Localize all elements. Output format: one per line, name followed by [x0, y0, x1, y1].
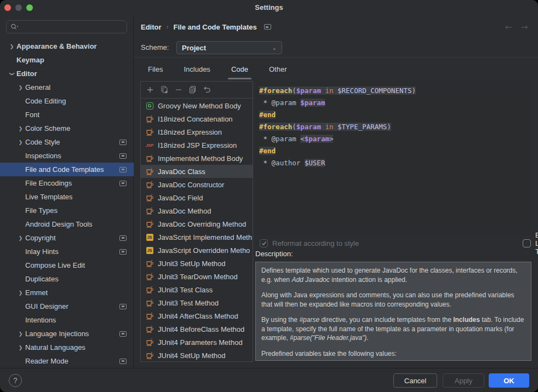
scheme-dropdown[interactable]: Project ⌄ [176, 41, 282, 54]
enable-live-templates-checkbox[interactable]: Enable Live Templates [523, 235, 538, 251]
template-item-javadoc-class[interactable]: JavaDoc Class [141, 165, 253, 178]
template-item-javascript-implemented-meth[interactable]: JSJavaScript Implemented Meth [141, 230, 253, 244]
chevron-right-icon[interactable]: ❯ [16, 290, 25, 296]
template-code-editor[interactable]: #foreach($param in $RECORD_COMPONENTS) *… [255, 81, 531, 235]
sidebar-item-label: Editor [16, 70, 37, 78]
tab-files[interactable]: Files [141, 57, 169, 81]
sidebar-item-file-encodings[interactable]: File Encodings [0, 176, 134, 190]
sidebar-item-intentions[interactable]: Intentions [0, 313, 134, 327]
sidebar-item-file-and-code-templates[interactable]: File and Code Templates [0, 163, 134, 176]
sidebar-item-label: Compose Live Edit [25, 261, 85, 269]
back-arrow-icon[interactable]: ← [505, 22, 512, 32]
chevron-right-icon[interactable]: ❯ [16, 235, 25, 241]
template-item-groovy-new-method-body[interactable]: GGroovy New Method Body [141, 99, 253, 112]
sidebar-item-keymap[interactable]: Keymap [0, 53, 134, 67]
reformat-checkbox-label: Reformat according to style [272, 239, 359, 247]
sidebar-item-inlay-hints[interactable]: Inlay Hints [0, 245, 134, 258]
java-class-icon [145, 272, 154, 281]
template-item-junit3-test-class[interactable]: JUnit3 Test Class [141, 283, 253, 296]
search-input[interactable] [21, 22, 103, 32]
template-item-label: JUnit3 Test Method [158, 299, 219, 307]
chevron-right-icon[interactable]: ❯ [16, 126, 25, 131]
settings-tree: ❯Appearance & BehaviorKeymap❯Editor❯Gene… [0, 39, 134, 368]
chevron-right-icon[interactable]: ❯ [16, 331, 25, 337]
sidebar-item-code-style[interactable]: ❯Code Style [0, 135, 134, 149]
tab-includes[interactable]: Includes [177, 57, 216, 81]
sidebar-item-color-scheme[interactable]: ❯Color Scheme [0, 122, 134, 135]
template-item-junit4-afterclass-method[interactable]: JUnit4 AfterClass Method [141, 309, 253, 322]
sidebar-item-copyright[interactable]: ❯Copyright [0, 231, 134, 245]
sidebar-item-font[interactable]: Font [0, 108, 134, 122]
template-item-junit4-parameters-method[interactable]: JUnit4 Parameters Method [141, 336, 253, 349]
jsp-file-icon: JSP [145, 141, 154, 149]
chevron-right-icon[interactable]: ❯ [16, 85, 25, 90]
ok-button[interactable]: OK [489, 373, 529, 388]
checkbox-unchecked-icon [523, 239, 531, 247]
template-item-javadoc-field[interactable]: JavaDoc Field [141, 191, 253, 204]
apply-button[interactable]: Apply [443, 373, 484, 388]
template-item-label: JavaDoc Class [158, 168, 205, 176]
chevron-right-icon[interactable]: ❯ [16, 140, 25, 145]
template-item-implemented-method-body[interactable]: Implemented Method Body [141, 152, 253, 165]
template-item-junit4-beforeclass-method[interactable]: JUnit4 BeforeClass Method [141, 322, 253, 336]
template-item-i18nized-concatenation[interactable]: I18nized Concatenation [141, 112, 253, 125]
chevron-right-icon[interactable]: ❯ [16, 345, 25, 350]
description-paragraph: Predefined variables take the following … [261, 349, 525, 359]
code-line: #end [259, 109, 531, 121]
sidebar-item-appearance-behavior[interactable]: ❯Appearance & Behavior [0, 39, 134, 53]
template-item-junit3-teardown-method[interactable]: JUnit3 TearDown Method [141, 270, 253, 283]
template-item-label: I18nized JSP Expression [158, 141, 237, 149]
template-item-label: JUnit4 SetUp Method [158, 351, 226, 360]
template-item-junit4-setup-method[interactable]: JUnit4 SetUp Method [141, 349, 253, 362]
breadcrumb-file-and-code-templates[interactable]: File and Code Templates [174, 23, 257, 31]
project-level-icon [119, 140, 127, 145]
sidebar-item-gui-designer[interactable]: GUI Designer [0, 299, 134, 313]
sidebar-item-file-types[interactable]: File Types [0, 204, 134, 217]
window-title: Settings [0, 0, 538, 15]
sidebar-item-language-injections[interactable]: ❯Language Injections [0, 327, 134, 341]
code-line: #foreach($param in $RECORD_COMPONENTS) [259, 85, 531, 97]
sidebar-item-natural-languages[interactable]: ❯Natural Languages [0, 341, 134, 354]
description-text: Defines template which used to generate … [255, 262, 531, 361]
reformat-checkbox[interactable]: Reformat according to style [260, 235, 359, 251]
copy-template-from-parent-icon[interactable] [157, 84, 171, 96]
help-button[interactable]: ? [9, 374, 22, 387]
settings-search-field[interactable] [6, 20, 127, 33]
add-template-icon[interactable] [143, 84, 157, 96]
tab-other[interactable]: Other [262, 57, 294, 81]
duplicate-template-icon[interactable] [186, 84, 200, 96]
dialog-footer: ? Cancel Apply OK [0, 368, 538, 392]
template-item-label: JavaDoc Constructor [158, 181, 224, 189]
remove-template-icon[interactable] [171, 84, 186, 96]
template-item-junit3-test-method[interactable]: JUnit3 Test Method [141, 296, 253, 309]
sidebar-item-editor[interactable]: ❯Editor [0, 67, 134, 80]
sidebar-item-duplicates[interactable]: Duplicates [0, 272, 134, 286]
sidebar-item-compose-live-edit[interactable]: Compose Live Edit [0, 258, 134, 272]
sidebar-item-general[interactable]: ❯General [0, 80, 134, 94]
template-item-javadoc-method[interactable]: JavaDoc Method [141, 204, 253, 217]
template-list-toolbar [141, 82, 253, 99]
chevron-down-icon[interactable]: ❯ [9, 69, 15, 78]
sidebar-item-emmet[interactable]: ❯Emmet [0, 286, 134, 299]
reset-to-default-icon[interactable] [200, 84, 214, 96]
template-item-junit3-setup-method[interactable]: JUnit3 SetUp Method [141, 257, 253, 270]
template-item-label: Implemented Method Body [158, 154, 243, 163]
sidebar-item-android-design-tools[interactable]: Android Design Tools [0, 217, 134, 231]
sidebar-item-live-templates[interactable]: Live Templates [0, 190, 134, 204]
tab-code[interactable]: Code [225, 57, 255, 81]
java-class-icon [145, 220, 154, 228]
forward-arrow-icon[interactable]: → [521, 22, 528, 32]
cancel-button[interactable]: Cancel [393, 373, 437, 388]
template-item-javadoc-constructor[interactable]: JavaDoc Constructor [141, 178, 253, 191]
sidebar-item-code-editing[interactable]: Code Editing [0, 94, 134, 108]
description-paragraph: Along with Java expressions and comments… [261, 291, 525, 309]
template-item-i18nized-jsp-expression[interactable]: JSPI18nized JSP Expression [141, 139, 253, 152]
chevron-right-icon[interactable]: ❯ [7, 44, 16, 49]
template-item-javascript-overridden-metho[interactable]: JSJavaScript Overridden Metho [141, 244, 253, 257]
template-item-i18nized-expression[interactable]: I18nized Expression [141, 125, 253, 139]
sidebar-item-inspections[interactable]: Inspections [0, 149, 134, 163]
template-item-javadoc-overriding-method[interactable]: JavaDoc Overriding Method [141, 217, 253, 230]
java-class-icon [145, 154, 154, 163]
sidebar-item-reader-mode[interactable]: Reader Mode [0, 354, 134, 368]
breadcrumb-editor[interactable]: Editor [141, 23, 162, 31]
